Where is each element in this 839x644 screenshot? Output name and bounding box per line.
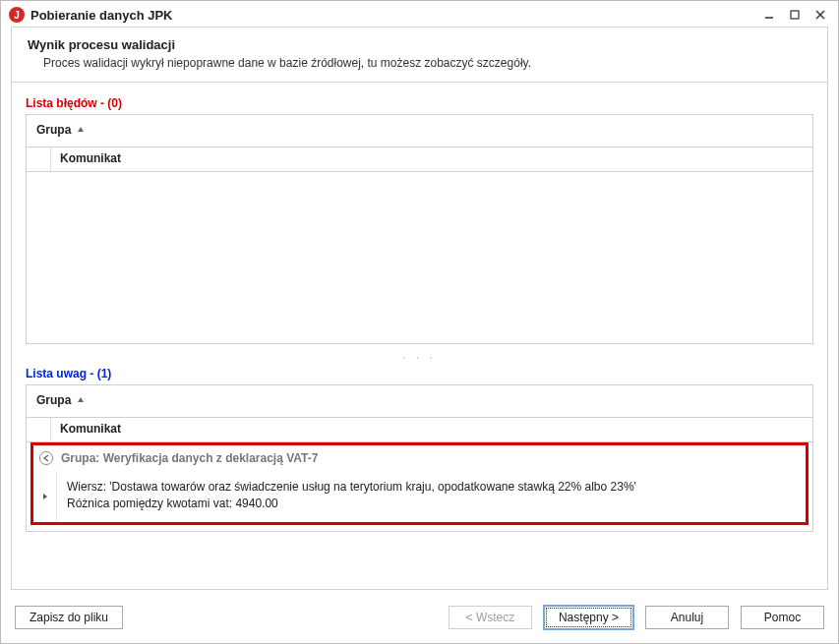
- maximize-icon[interactable]: [787, 7, 803, 23]
- close-icon[interactable]: [812, 7, 828, 23]
- back-button: < Wstecz: [449, 606, 532, 629]
- remark-group-text: Grupa: Weryfikacja danych z deklaracją V…: [61, 451, 318, 465]
- next-button[interactable]: Następny >: [544, 606, 633, 629]
- titlebar-left: J Pobieranie danych JPK: [9, 7, 173, 23]
- remark-message: Wiersz: 'Dostawa towarów oraz świadczeni…: [57, 471, 806, 522]
- errors-group-label: Grupa: [36, 123, 71, 137]
- window-controls: [761, 7, 828, 23]
- splitter-dots[interactable]: . . .: [26, 348, 813, 363]
- remarks-grid-body: Grupa: Weryfikacja danych z deklaracją V…: [27, 442, 812, 525]
- remarks-section: Lista uwag - (1) Grupa Komunikat: [26, 367, 813, 532]
- jpk-window: J Pobieranie danych JPK Wynik procesu wa…: [0, 0, 839, 644]
- errors-grid: Grupa Komunikat: [26, 114, 813, 344]
- wizard-header: Wynik procesu walidacji Proces walidacji…: [12, 28, 827, 83]
- errors-section-title: Lista błędów - (0): [26, 96, 813, 110]
- cancel-button[interactable]: Anuluj: [645, 606, 729, 629]
- wizard-panel: Wynik procesu walidacji Proces walidacji…: [11, 27, 828, 590]
- remarks-column-header[interactable]: Komunikat: [27, 418, 812, 442]
- svg-marker-6: [43, 494, 47, 499]
- wizard-body: Lista błędów - (0) Grupa Komunikat . . .: [12, 83, 827, 589]
- remark-line-1: Wiersz: 'Dostawa towarów oraz świadczeni…: [67, 479, 796, 496]
- save-to-file-button[interactable]: Zapisz do pliku: [15, 606, 123, 629]
- sort-asc-icon: [77, 393, 85, 407]
- svg-marker-4: [78, 127, 84, 132]
- window-title: Pobieranie danych JPK: [30, 8, 173, 23]
- remarks-column-label: Komunikat: [60, 422, 121, 436]
- remarks-group-label: Grupa: [36, 393, 71, 407]
- expand-row-icon[interactable]: [33, 471, 57, 522]
- svg-rect-1: [791, 11, 799, 19]
- remark-line-2: Różnica pomiędzy kwotami vat: 4940.00: [67, 496, 796, 512]
- remarks-section-title: Lista uwag - (1): [26, 367, 813, 381]
- remarks-grid: Grupa Komunikat: [26, 384, 813, 532]
- page-title: Wynik procesu walidacji: [28, 37, 811, 52]
- button-bar: Zapisz do pliku < Wstecz Następny > Anul…: [1, 596, 838, 643]
- nav-buttons: < Wstecz Następny > Anuluj Pomoc: [449, 606, 824, 629]
- titlebar: J Pobieranie danych JPK: [1, 1, 838, 27]
- collapse-icon[interactable]: [39, 451, 53, 465]
- page-subtitle: Proces walidacji wykrył niepoprawne dane…: [28, 56, 811, 70]
- errors-section: Lista błędów - (0) Grupa Komunikat: [26, 96, 813, 344]
- errors-column-header[interactable]: Komunikat: [27, 147, 812, 172]
- help-button[interactable]: Pomoc: [741, 606, 824, 629]
- remark-row: Wiersz: 'Dostawa towarów oraz świadczeni…: [33, 471, 806, 522]
- remark-highlight: Grupa: Weryfikacja danych z deklaracją V…: [30, 442, 809, 525]
- errors-column-label: Komunikat: [60, 151, 121, 165]
- minimize-icon[interactable]: [761, 7, 777, 23]
- sort-asc-icon: [77, 123, 85, 137]
- app-icon: J: [9, 7, 25, 23]
- errors-group-header[interactable]: Grupa: [27, 115, 812, 147]
- remarks-group-header[interactable]: Grupa: [27, 385, 812, 418]
- errors-grid-body: [27, 172, 812, 343]
- svg-marker-5: [78, 397, 84, 402]
- remark-group-row[interactable]: Grupa: Weryfikacja danych z deklaracją V…: [33, 445, 806, 471]
